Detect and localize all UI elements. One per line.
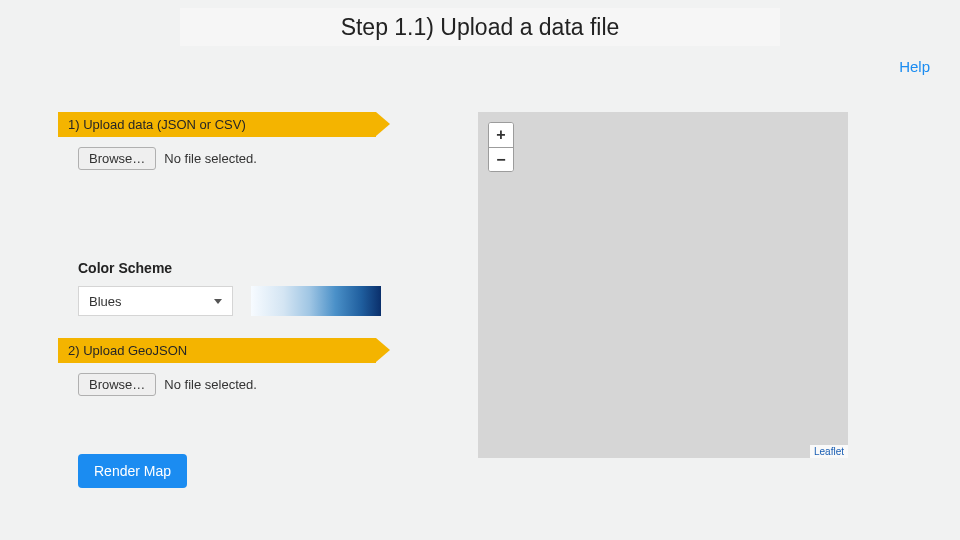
- step2-file-row: Browse… No file selected.: [78, 373, 458, 396]
- color-scheme-section: Color Scheme Blues: [78, 260, 458, 316]
- left-panel: 1) Upload data (JSON or CSV) Browse… No …: [58, 112, 458, 488]
- browse-geojson-button[interactable]: Browse…: [78, 373, 156, 396]
- step2-file-status: No file selected.: [164, 377, 257, 392]
- step2-ribbon: 2) Upload GeoJSON: [58, 338, 376, 363]
- browse-data-button[interactable]: Browse…: [78, 147, 156, 170]
- step1-file-row: Browse… No file selected.: [78, 147, 458, 170]
- zoom-control: + −: [488, 122, 514, 172]
- step1-file-status: No file selected.: [164, 151, 257, 166]
- color-scheme-label: Color Scheme: [78, 260, 458, 276]
- map-attribution[interactable]: Leaflet: [810, 445, 848, 458]
- color-scheme-select[interactable]: Blues: [78, 286, 233, 316]
- zoom-out-button[interactable]: −: [489, 147, 513, 171]
- step1-ribbon: 1) Upload data (JSON or CSV): [58, 112, 376, 137]
- page-title: Step 1.1) Upload a data file: [180, 8, 780, 46]
- color-scheme-selected: Blues: [89, 294, 122, 309]
- help-link[interactable]: Help: [899, 58, 930, 75]
- map-panel[interactable]: + − Leaflet: [478, 112, 848, 458]
- caret-down-icon: [214, 299, 222, 304]
- render-map-button[interactable]: Render Map: [78, 454, 187, 488]
- color-swatch-preview: [251, 286, 381, 316]
- zoom-in-button[interactable]: +: [489, 123, 513, 147]
